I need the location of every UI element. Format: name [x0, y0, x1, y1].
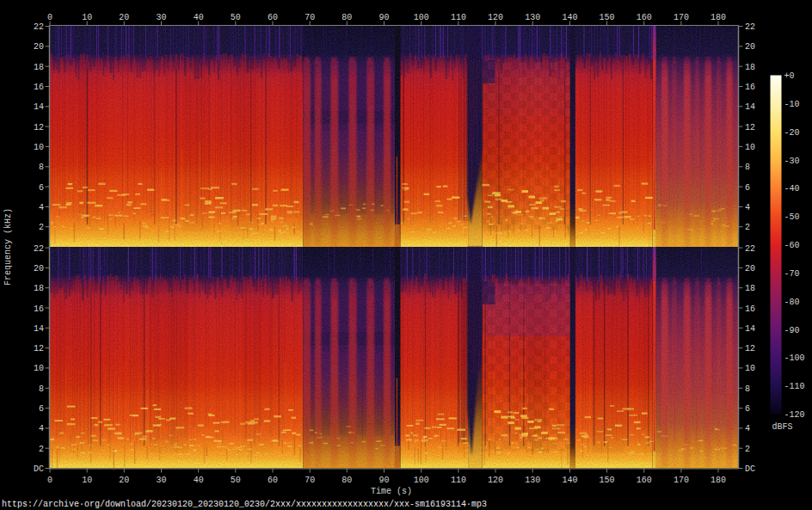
svg-text:-50: -50 [784, 212, 800, 222]
svg-text:40: 40 [194, 13, 204, 22]
svg-text:https://archive·org/download/2: https://archive·org/download/20230120_20… [2, 500, 487, 509]
svg-text:170: 170 [674, 13, 689, 22]
svg-text:16: 16 [745, 304, 755, 314]
svg-text:60: 60 [268, 476, 278, 485]
svg-text:10: 10 [745, 143, 755, 152]
svg-text:160: 160 [637, 476, 652, 485]
svg-text:2: 2 [745, 445, 750, 454]
svg-text:140: 140 [562, 476, 577, 485]
svg-text:8: 8 [745, 384, 750, 394]
svg-text:12: 12 [34, 344, 44, 353]
svg-text:8: 8 [39, 384, 44, 394]
svg-text:16: 16 [34, 304, 44, 314]
svg-text:20: 20 [119, 13, 129, 22]
svg-text:150: 150 [599, 476, 614, 485]
svg-text:40: 40 [194, 476, 204, 485]
svg-text:110: 110 [451, 13, 466, 22]
svg-text:80: 80 [341, 476, 352, 485]
svg-text:90: 90 [378, 13, 389, 22]
svg-text:-60: -60 [784, 241, 800, 250]
svg-text:6: 6 [39, 404, 44, 414]
svg-text:Time (s): Time (s) [371, 487, 412, 496]
svg-text:4: 4 [745, 203, 750, 212]
svg-text:170: 170 [674, 476, 689, 485]
svg-text:-100: -100 [784, 353, 805, 363]
svg-text:8: 8 [745, 163, 750, 172]
svg-text:10: 10 [34, 143, 44, 152]
svg-text:160: 160 [637, 13, 652, 22]
svg-text:120: 120 [488, 476, 503, 485]
svg-text:14: 14 [745, 324, 755, 334]
svg-text:DC: DC [745, 464, 755, 474]
svg-text:22: 22 [34, 244, 44, 254]
svg-text:180: 180 [710, 476, 726, 485]
svg-text:18: 18 [745, 284, 755, 293]
svg-text:20: 20 [745, 264, 755, 273]
svg-text:90: 90 [378, 476, 389, 485]
svg-text:110: 110 [451, 476, 466, 485]
svg-text:20: 20 [119, 476, 129, 485]
svg-text:+0: +0 [784, 71, 795, 81]
svg-text:120: 120 [488, 13, 503, 22]
svg-text:16: 16 [745, 83, 755, 92]
svg-text:12: 12 [34, 123, 44, 132]
svg-text:10: 10 [745, 364, 755, 373]
svg-text:22: 22 [745, 244, 755, 254]
svg-text:130: 130 [525, 13, 540, 22]
svg-text:10: 10 [82, 13, 92, 22]
svg-text:180: 180 [710, 13, 726, 22]
svg-text:10: 10 [82, 476, 92, 485]
svg-text:-120: -120 [784, 410, 805, 420]
svg-text:10: 10 [34, 364, 44, 373]
svg-text:14: 14 [34, 102, 44, 112]
svg-text:22: 22 [34, 22, 44, 32]
svg-text:12: 12 [745, 123, 755, 132]
svg-text:-70: -70 [784, 269, 800, 279]
svg-text:4: 4 [39, 424, 44, 433]
svg-text:20: 20 [745, 42, 755, 52]
svg-text:22: 22 [745, 22, 755, 32]
svg-text:70: 70 [304, 476, 315, 485]
svg-text:140: 140 [562, 13, 577, 22]
svg-text:20: 20 [34, 42, 44, 52]
svg-text:-40: -40 [784, 184, 800, 194]
svg-text:18: 18 [34, 63, 44, 72]
svg-text:dBFS: dBFS [772, 422, 793, 432]
svg-text:4: 4 [39, 203, 44, 212]
svg-text:-80: -80 [784, 298, 800, 307]
svg-text:30: 30 [156, 476, 166, 485]
svg-text:50: 50 [231, 13, 241, 22]
svg-text:20: 20 [34, 264, 44, 273]
svg-text:18: 18 [745, 63, 755, 72]
svg-text:-30: -30 [784, 157, 800, 166]
svg-text:18: 18 [34, 284, 44, 293]
svg-text:-10: -10 [784, 100, 800, 109]
svg-text:14: 14 [34, 324, 44, 334]
svg-text:30: 30 [156, 13, 166, 22]
svg-text:6: 6 [745, 183, 750, 193]
svg-text:-110: -110 [784, 382, 805, 391]
svg-text:2: 2 [745, 223, 750, 232]
svg-text:0: 0 [47, 476, 52, 485]
svg-text:DC: DC [34, 464, 44, 474]
svg-text:Frequency (kHz): Frequency (kHz) [3, 208, 13, 286]
svg-text:130: 130 [525, 476, 540, 485]
svg-text:8: 8 [39, 163, 44, 172]
svg-text:70: 70 [304, 13, 315, 22]
svg-text:4: 4 [745, 424, 750, 433]
svg-text:6: 6 [39, 183, 44, 193]
svg-text:60: 60 [268, 13, 278, 22]
svg-text:-20: -20 [784, 128, 800, 138]
svg-text:14: 14 [745, 102, 755, 112]
svg-text:12: 12 [745, 344, 755, 353]
svg-text:2: 2 [39, 445, 44, 454]
svg-text:6: 6 [745, 404, 750, 414]
svg-text:100: 100 [414, 13, 429, 22]
svg-text:50: 50 [231, 476, 241, 485]
svg-text:80: 80 [341, 13, 352, 22]
svg-text:2: 2 [39, 223, 44, 232]
svg-text:150: 150 [599, 13, 614, 22]
svg-text:16: 16 [34, 83, 44, 92]
svg-text:100: 100 [414, 476, 429, 485]
svg-text:-90: -90 [784, 326, 800, 335]
